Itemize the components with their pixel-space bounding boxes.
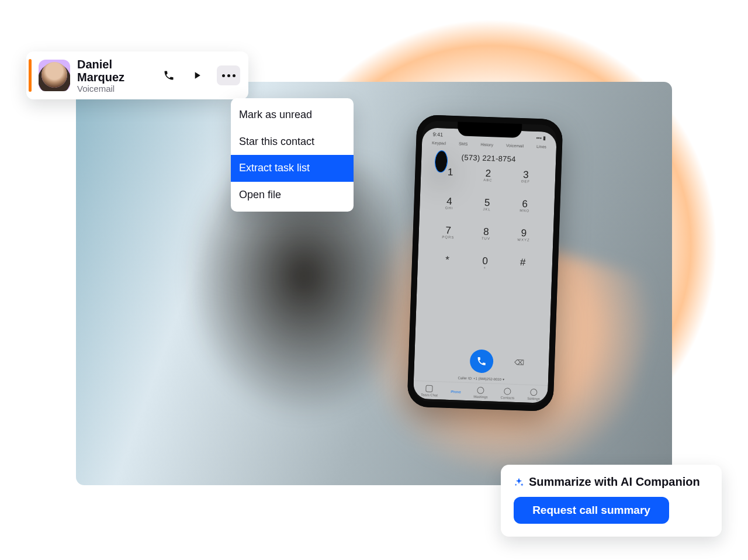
ai-companion-card: Summarize with AI Companion Request call… bbox=[501, 465, 722, 537]
nav-team-chat[interactable]: Team Chat bbox=[421, 385, 438, 397]
hero-photo: 9:41 ••• ▮ Keypad SMS History Voicemail … bbox=[76, 82, 672, 485]
ai-card-title: Summarize with AI Companion bbox=[529, 475, 700, 489]
key-8[interactable]: 8TUV bbox=[466, 226, 505, 254]
phone-icon bbox=[476, 356, 487, 367]
play-icon bbox=[191, 70, 203, 81]
key-hash[interactable]: # bbox=[503, 257, 542, 285]
menu-item-open-file[interactable]: Open file bbox=[231, 182, 354, 209]
phone-bottom-nav: Team Chat Phone Meetings Contacts Settin… bbox=[413, 381, 548, 403]
sparkle-icon bbox=[514, 477, 524, 488]
key-4[interactable]: 4GHI bbox=[430, 196, 468, 224]
key-star[interactable]: * bbox=[428, 254, 466, 282]
key-5[interactable]: 5JKL bbox=[468, 197, 506, 225]
key-3[interactable]: 3DEF bbox=[506, 169, 545, 197]
key-9[interactable]: 9WXYZ bbox=[504, 227, 543, 255]
key-6[interactable]: 6MNO bbox=[505, 198, 544, 226]
nav-meetings[interactable]: Meetings bbox=[473, 386, 488, 399]
contact-avatar bbox=[39, 60, 70, 91]
menu-item-mark-unread[interactable]: Mark as unread bbox=[231, 102, 354, 129]
phone-tab-lines[interactable]: Lines bbox=[536, 144, 546, 149]
more-options-button[interactable] bbox=[217, 65, 240, 85]
key-7[interactable]: 7PQRS bbox=[429, 225, 468, 253]
context-menu: Mark as unread Star this contact Extract… bbox=[231, 98, 354, 212]
play-voicemail-button[interactable] bbox=[189, 67, 205, 84]
phone-status-time: 9:41 bbox=[432, 132, 443, 138]
nav-settings[interactable]: Settings bbox=[527, 389, 540, 401]
voicemail-card[interactable]: Daniel Marquez Voicemail bbox=[26, 51, 248, 99]
accent-bar bbox=[29, 59, 32, 92]
contact-name: Daniel Marquez bbox=[77, 58, 154, 84]
phone-tab-voicemail[interactable]: Voicemail bbox=[506, 143, 524, 148]
phone-tab-keypad[interactable]: Keypad bbox=[432, 141, 446, 146]
call-back-button[interactable] bbox=[161, 67, 177, 84]
delete-icon[interactable]: ⌫ bbox=[514, 358, 524, 367]
keypad: 1 2ABC 3DEF 4GHI 5JKL 6MNO 7PQRS 8TUV 9W… bbox=[415, 163, 556, 348]
phone-status-icons: ••• ▮ bbox=[536, 135, 546, 141]
contact-subtitle: Voicemail bbox=[77, 84, 154, 94]
key-0[interactable]: 0+ bbox=[465, 255, 504, 284]
phone-tab-sms[interactable]: SMS bbox=[459, 141, 468, 146]
nav-phone[interactable]: Phone bbox=[451, 390, 461, 394]
key-2[interactable]: 2ABC bbox=[469, 168, 507, 196]
menu-item-star-contact[interactable]: Star this contact bbox=[231, 129, 354, 155]
phone-tab-history[interactable]: History bbox=[480, 143, 493, 147]
phone-icon bbox=[163, 70, 175, 81]
nav-contacts[interactable]: Contacts bbox=[501, 388, 515, 400]
request-summary-button[interactable]: Request call summary bbox=[514, 497, 669, 524]
dial-button[interactable] bbox=[469, 349, 493, 373]
menu-item-extract-tasks[interactable]: Extract task list bbox=[231, 155, 354, 182]
phone-mockup: 9:41 ••• ▮ Keypad SMS History Voicemail … bbox=[407, 115, 563, 412]
